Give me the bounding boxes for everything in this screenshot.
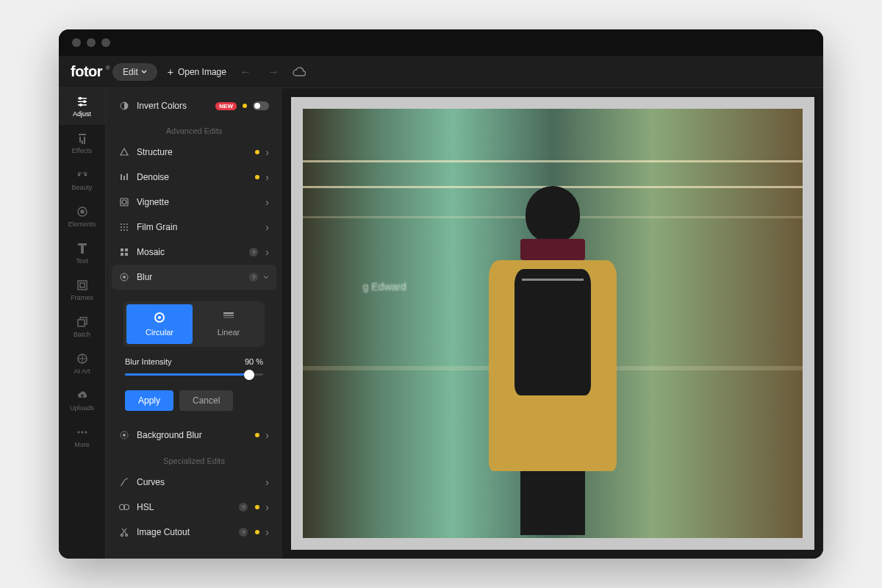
- row-label: Denoise: [137, 172, 248, 182]
- svg-point-16: [85, 431, 87, 434]
- row-denoise[interactable]: Denoise ›: [112, 165, 276, 190]
- premium-indicator-icon: [243, 104, 247, 108]
- sidebar-item-ai-art[interactable]: AI Art: [59, 345, 105, 382]
- sidebar-item-label: AI Art: [74, 368, 90, 375]
- row-film-grain[interactable]: Film Grain ›: [112, 215, 276, 240]
- uploads-icon: [76, 390, 88, 401]
- sidebar-item-more[interactable]: More: [59, 419, 105, 456]
- left-sidebar: Adjust Effects Beauty Elements Text Fram…: [59, 88, 106, 559]
- row-mosaic[interactable]: Mosaic ? ›: [112, 240, 276, 265]
- blur-intensity-slider[interactable]: [125, 373, 263, 376]
- sidebar-item-text[interactable]: Text: [59, 235, 105, 272]
- blur-tab-circular[interactable]: Circular: [126, 304, 193, 344]
- svg-point-22: [122, 200, 126, 204]
- row-label: Image Cutout: [137, 527, 229, 537]
- svg-point-44: [123, 434, 126, 437]
- svg-point-30: [123, 229, 125, 231]
- row-invert-colors[interactable]: Invert Colors NEW: [112, 94, 276, 118]
- apply-button[interactable]: Apply: [125, 390, 173, 411]
- help-icon[interactable]: ?: [249, 248, 258, 257]
- edited-image[interactable]: g Edward: [303, 109, 803, 538]
- row-background-blur[interactable]: Background Blur ›: [112, 423, 276, 448]
- svg-rect-18: [121, 174, 122, 180]
- section-advanced: Advanced Edits: [112, 118, 276, 140]
- sidebar-item-label: Effects: [72, 147, 92, 154]
- blur-mode-tabs: Circular Linear: [123, 301, 265, 347]
- svg-rect-6: [79, 134, 86, 135]
- cancel-button[interactable]: Cancel: [179, 390, 233, 411]
- slider-thumb[interactable]: [244, 370, 254, 380]
- blur-intensity-control: Blur Intensity 90 %: [115, 353, 273, 380]
- tab-label: Linear: [218, 328, 240, 337]
- svg-point-14: [77, 431, 79, 434]
- cloud-sync-icon[interactable]: [293, 67, 306, 77]
- row-curves[interactable]: Curves ›: [112, 470, 276, 495]
- chevron-down-icon: ›: [262, 276, 273, 279]
- blur-tab-linear[interactable]: Linear: [196, 304, 262, 344]
- chevron-right-icon: ›: [265, 429, 269, 441]
- chevron-right-icon: ›: [265, 221, 269, 233]
- svg-point-29: [121, 229, 122, 231]
- invert-colors-toggle[interactable]: [253, 101, 269, 110]
- undo-button[interactable]: ←: [237, 65, 254, 79]
- help-icon[interactable]: ?: [239, 503, 248, 512]
- tab-label: Circular: [146, 328, 173, 337]
- sidebar-item-label: Beauty: [71, 184, 92, 191]
- sidebar-item-batch[interactable]: Batch: [59, 309, 105, 345]
- row-label: Invert Colors: [137, 101, 208, 111]
- svg-point-28: [126, 226, 128, 228]
- chevron-right-icon: ›: [265, 501, 269, 513]
- svg-point-8: [84, 173, 87, 176]
- hsl-icon: [119, 502, 129, 512]
- premium-indicator-icon: [255, 175, 259, 179]
- svg-point-7: [77, 173, 80, 176]
- window-maximize-dot[interactable]: [101, 38, 110, 47]
- row-vignette[interactable]: Vignette ›: [112, 190, 276, 215]
- svg-rect-40: [223, 312, 234, 314]
- sidebar-item-effects[interactable]: Effects: [59, 125, 105, 162]
- row-image-cutout[interactable]: Image Cutout ? ›: [112, 520, 276, 545]
- titlebar: [59, 29, 823, 56]
- row-hsl[interactable]: HSL ? ›: [112, 495, 276, 520]
- premium-indicator-icon: [255, 505, 259, 509]
- sidebar-item-label: Uploads: [70, 404, 94, 412]
- mosaic-icon: [119, 247, 129, 257]
- blur-actions: Apply Cancel: [115, 380, 273, 417]
- frames-icon: [76, 279, 88, 291]
- effects-icon: [76, 132, 88, 144]
- help-icon[interactable]: ?: [249, 273, 258, 282]
- subject-figure: [473, 186, 633, 538]
- svg-rect-12: [80, 283, 85, 287]
- sidebar-item-beauty[interactable]: Beauty: [59, 162, 105, 198]
- edit-dropdown[interactable]: Edit: [112, 63, 157, 81]
- blur-icon: [119, 272, 129, 282]
- sidebar-item-label: More: [74, 441, 90, 448]
- sidebar-item-uploads[interactable]: Uploads: [59, 382, 105, 419]
- vignette-icon: [119, 197, 129, 207]
- adjust-icon: [76, 96, 88, 107]
- open-image-button[interactable]: + Open Image: [168, 66, 226, 78]
- redo-button[interactable]: →: [265, 65, 282, 79]
- linear-icon: [223, 312, 234, 323]
- svg-point-48: [126, 534, 128, 537]
- svg-rect-42: [223, 317, 234, 318]
- window-close-dot[interactable]: [72, 38, 81, 47]
- window-minimize-dot[interactable]: [87, 38, 96, 47]
- cutout-icon: [119, 527, 129, 537]
- elements-icon: [76, 206, 88, 218]
- svg-point-3: [79, 97, 82, 100]
- svg-rect-34: [121, 253, 123, 256]
- help-icon[interactable]: ?: [239, 528, 248, 537]
- sidebar-item-frames[interactable]: Frames: [59, 272, 105, 309]
- row-blur[interactable]: Blur ? ›: [112, 265, 276, 290]
- open-image-label: Open Image: [178, 67, 226, 77]
- background-blur-icon: [119, 430, 129, 440]
- sidebar-item-adjust[interactable]: Adjust: [59, 88, 105, 125]
- row-structure[interactable]: Structure ›: [112, 140, 276, 165]
- svg-point-39: [158, 316, 161, 319]
- content-area: Adjust Effects Beauty Elements Text Fram…: [59, 88, 823, 559]
- sidebar-item-elements[interactable]: Elements: [59, 198, 105, 235]
- svg-point-4: [83, 100, 86, 103]
- svg-rect-32: [121, 248, 123, 251]
- svg-point-31: [126, 229, 128, 231]
